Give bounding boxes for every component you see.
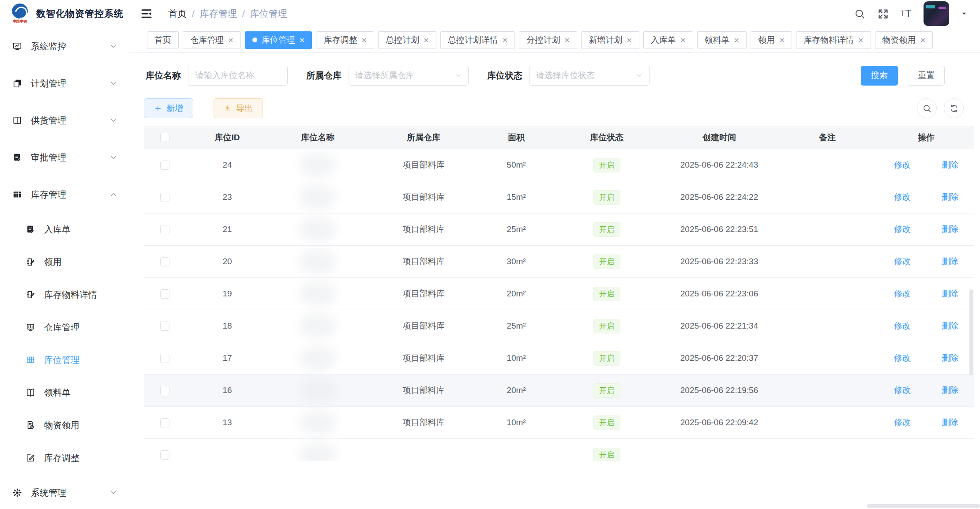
cell-status: 开启: [552, 415, 662, 430]
table-row[interactable]: 17项目部料库10m²开启2025-06-06 22:20:37修改删除: [144, 342, 974, 374]
row-checkbox[interactable]: [160, 161, 169, 170]
close-icon[interactable]: ×: [228, 36, 233, 45]
close-icon[interactable]: ×: [779, 36, 785, 45]
sidebar-item-计划管理[interactable]: 计划管理: [0, 68, 129, 99]
tab-领用[interactable]: 领用×: [751, 31, 792, 49]
tab-库存调整[interactable]: 库存调整×: [316, 31, 374, 49]
table-search-toggle-button[interactable]: [917, 98, 937, 118]
sidebar-item-审批管理[interactable]: 审批管理: [0, 142, 129, 173]
close-icon[interactable]: ×: [564, 36, 570, 45]
row-checkbox[interactable]: [160, 289, 169, 299]
sidebar-item-仓库管理[interactable]: 仓库管理: [0, 314, 129, 341]
edit-link[interactable]: 修改: [894, 288, 911, 299]
table-row[interactable]: 24项目部料库50m²开启2025-06-06 22:24:43修改删除: [144, 149, 974, 181]
delete-link[interactable]: 删除: [942, 256, 958, 267]
edit-link[interactable]: 修改: [894, 191, 911, 203]
close-icon[interactable]: ×: [503, 36, 508, 45]
edit-link[interactable]: 修改: [894, 352, 911, 364]
table-row[interactable]: 20项目部料库30m²开启2025-06-06 22:23:33修改删除: [144, 246, 974, 278]
grid-icon: [12, 190, 22, 199]
delete-link[interactable]: 删除: [942, 417, 958, 428]
tab-领料单[interactable]: 领料单×: [697, 31, 747, 49]
delete-link[interactable]: 删除: [942, 191, 958, 203]
table-row[interactable]: 23项目部料库15m²开启2025-06-06 22:24:22修改删除: [144, 181, 974, 213]
close-icon[interactable]: ×: [361, 36, 367, 45]
edit-link[interactable]: 修改: [894, 385, 911, 396]
delete-link[interactable]: 删除: [942, 352, 958, 364]
edit-link[interactable]: 修改: [894, 224, 911, 235]
sidebar-item-库存物料详情[interactable]: 库存物料详情: [0, 281, 129, 308]
row-checkbox[interactable]: [160, 386, 169, 395]
tab-总控计划详情[interactable]: 总控计划详情×: [440, 31, 515, 49]
row-checkbox[interactable]: [160, 193, 169, 202]
row-checkbox[interactable]: [160, 225, 169, 234]
edit-link[interactable]: 修改: [894, 159, 911, 171]
tab-仓库管理[interactable]: 仓库管理×: [183, 31, 241, 49]
search-icon[interactable]: [854, 8, 866, 20]
tab-新增计划[interactable]: 新增计划×: [581, 31, 639, 49]
close-icon[interactable]: ×: [300, 36, 305, 45]
delete-link[interactable]: 删除: [942, 320, 958, 332]
reset-button[interactable]: 重置: [908, 66, 945, 86]
table-row[interactable]: 21项目部料库25m²开启2025-06-06 22:23:51修改删除: [144, 213, 974, 246]
delete-link[interactable]: 删除: [942, 385, 958, 396]
font-size-icon[interactable]: TT: [901, 8, 912, 19]
delete-link[interactable]: 删除: [942, 288, 958, 299]
breadcrumb-home[interactable]: 首页: [168, 7, 187, 20]
tab-首页[interactable]: 首页: [147, 31, 179, 49]
sidebar-item-库存调整[interactable]: 库存调整: [0, 445, 129, 471]
edit-link[interactable]: 修改: [894, 417, 911, 428]
table-row[interactable]: 开启: [144, 439, 974, 461]
sidebar-item-入库单[interactable]: 入库单: [0, 216, 129, 243]
row-checkbox[interactable]: [160, 418, 169, 427]
sidebar-item-系统管理[interactable]: 系统管理: [0, 477, 129, 508]
table-row[interactable]: 16项目部料库20m²开启2025-06-06 22:19:56修改删除: [144, 374, 974, 407]
tab-label: 新增计划: [589, 34, 622, 46]
close-icon[interactable]: ×: [424, 36, 429, 45]
tab-入库单[interactable]: 入库单×: [643, 31, 693, 49]
sidebar-item-系统监控[interactable]: 系统监控: [0, 31, 129, 62]
sidebar-item-领用[interactable]: 领用: [0, 249, 129, 275]
refresh-button[interactable]: [944, 98, 964, 118]
close-icon[interactable]: ×: [734, 36, 740, 45]
warehouse-select[interactable]: 请选择所属仓库: [349, 66, 469, 86]
tab-总控计划[interactable]: 总控计划×: [378, 31, 436, 49]
delete-link[interactable]: 删除: [942, 224, 958, 235]
collapse-menu-icon[interactable]: [140, 7, 153, 20]
status-select[interactable]: 请选择库位状态: [529, 66, 650, 86]
sidebar-item-库位管理[interactable]: 库位管理: [0, 347, 129, 373]
location-name-input[interactable]: [188, 66, 288, 86]
tab-物资领用[interactable]: 物资领用×: [875, 31, 933, 49]
table-row[interactable]: 13项目部料库10m²开启2025-06-06 22:09:42修改删除: [144, 407, 974, 439]
close-icon[interactable]: ×: [858, 36, 864, 45]
fullscreen-icon[interactable]: [877, 8, 889, 20]
vertical-scrollbar[interactable]: [969, 289, 973, 375]
add-button[interactable]: 新增: [144, 98, 193, 118]
delete-link[interactable]: 删除: [942, 159, 958, 171]
sidebar-item-供货管理[interactable]: 供货管理: [0, 105, 129, 136]
search-button[interactable]: 搜索: [861, 66, 898, 86]
select-all-checkbox[interactable]: [160, 133, 169, 142]
edit-link[interactable]: 修改: [894, 320, 911, 332]
edit-link[interactable]: 修改: [894, 256, 911, 267]
close-icon[interactable]: ×: [627, 36, 632, 45]
row-checkbox[interactable]: [160, 450, 169, 460]
close-icon[interactable]: ×: [680, 36, 686, 45]
table-row[interactable]: 19项目部料库20m²开启2025-06-06 22:23:06修改删除: [144, 278, 974, 310]
tab-库存物料详情[interactable]: 库存物料详情×: [796, 31, 871, 49]
close-icon[interactable]: ×: [920, 36, 926, 45]
row-checkbox[interactable]: [160, 354, 169, 363]
tab-库位管理[interactable]: 库位管理×: [245, 31, 312, 49]
breadcrumb-inventory[interactable]: 库存管理: [200, 7, 237, 20]
row-checkbox[interactable]: [160, 257, 169, 266]
horizontal-scrollbar[interactable]: [867, 504, 980, 508]
sidebar-item-领料单[interactable]: 领料单: [0, 379, 129, 406]
sidebar-item-库存管理[interactable]: 库存管理: [0, 179, 129, 210]
caret-down-icon[interactable]: [961, 10, 968, 17]
sidebar-item-物资领用[interactable]: 物资领用: [0, 412, 129, 438]
row-checkbox[interactable]: [160, 322, 169, 331]
export-button[interactable]: 导出: [214, 98, 263, 118]
tab-分控计划[interactable]: 分控计划×: [519, 31, 577, 49]
table-row[interactable]: 18项目部料库25m²开启2025-06-06 22:21:34修改删除: [144, 310, 974, 342]
avatar[interactable]: [924, 1, 949, 26]
